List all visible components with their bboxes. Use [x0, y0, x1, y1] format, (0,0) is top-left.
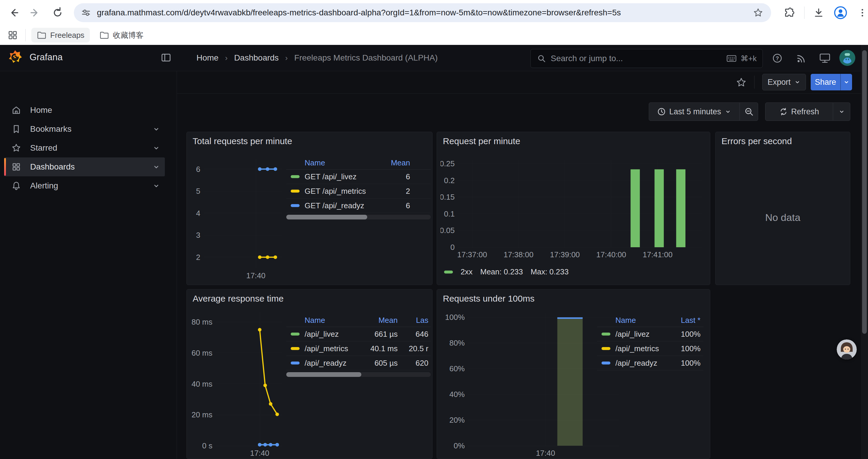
chart-canvas[interactable]: 00.050.10.150.20.2517:37:0017:38:0017:39… [440, 153, 706, 274]
forward-icon[interactable] [27, 5, 43, 21]
refresh-button[interactable]: Refresh [765, 102, 833, 121]
chart-canvas[interactable]: 0 s20 ms40 ms60 ms80 ms17:40 [190, 310, 287, 459]
svg-text:17:37:00: 17:37:00 [457, 250, 487, 259]
clock-icon [657, 107, 665, 116]
zoom-out-button[interactable] [740, 102, 758, 121]
share-menu-button[interactable] [840, 74, 852, 90]
grafana-app: Grafana Home › Dashboards › Freeleaps Me… [0, 45, 868, 459]
series-name[interactable]: /api/_metrics [305, 344, 348, 353]
keyboard-icon [726, 55, 737, 62]
grafana-logo[interactable] [8, 49, 23, 66]
bookmark-folder-freeleaps[interactable]: Freeleaps [31, 28, 90, 42]
page-scrollbar[interactable] [861, 45, 868, 459]
legend-horizontal-scrollbar[interactable] [286, 372, 431, 377]
series-name[interactable]: /api/_metrics [615, 344, 659, 353]
series-name[interactable]: /api/_livez [615, 330, 650, 339]
actions-divider [754, 76, 754, 89]
panel-avg-response-time: Average response time 0 s20 ms40 ms60 ms… [186, 289, 433, 459]
legend-scrollbar-thumb[interactable] [286, 215, 367, 220]
help-icon[interactable]: ? [772, 53, 783, 64]
bookmark-folder-blogs[interactable]: 收藏博客 [94, 28, 149, 42]
legend-column-header[interactable]: Name [286, 316, 353, 325]
search-input[interactable]: Search or jump to... ⌘+k [530, 49, 763, 68]
sidebar-item-starred[interactable]: Starred [4, 138, 165, 157]
floating-assistant-avatar[interactable] [837, 339, 857, 359]
site-settings-icon[interactable] [81, 8, 91, 18]
sidebar-item-alerting[interactable]: Alerting [4, 176, 165, 195]
svg-text:17:38:00: 17:38:00 [503, 250, 533, 259]
news-rss-icon[interactable] [796, 53, 807, 64]
back-icon[interactable] [6, 5, 22, 21]
time-range-picker[interactable]: Last 5 minutes [649, 102, 740, 121]
bell-icon [11, 181, 21, 191]
series-name[interactable]: GET /api/_metrics [305, 187, 366, 196]
download-icon[interactable] [811, 5, 827, 21]
sidebar-item-bookmarks[interactable]: Bookmarks [4, 120, 165, 138]
series-name[interactable]: /api/_readyz [305, 359, 346, 368]
breadcrumb-home[interactable]: Home [196, 53, 219, 63]
series-color-swatch[interactable] [601, 347, 610, 350]
url-text[interactable]: grafana.mathmast.com/d/deytv4rwavabkb/fr… [97, 8, 745, 18]
series-color-swatch[interactable] [291, 333, 300, 335]
monitor-icon[interactable] [819, 53, 831, 64]
browser-menu-icon[interactable] [855, 5, 868, 21]
sidebar-toggle-icon[interactable] [160, 52, 172, 63]
series-color-swatch[interactable] [291, 204, 300, 207]
user-avatar[interactable] [839, 50, 856, 66]
series-color-swatch[interactable] [601, 333, 610, 335]
svg-text:0.05: 0.05 [440, 226, 455, 235]
series-color-swatch[interactable] [291, 362, 300, 364]
export-button[interactable]: Export [762, 74, 806, 90]
svg-text:17:40: 17:40 [536, 449, 555, 458]
legend-value: 2 [366, 187, 410, 196]
breadcrumb-dashboards[interactable]: Dashboards [234, 53, 279, 63]
sidebar-item-home[interactable]: Home [4, 101, 165, 120]
legend-horizontal-scrollbar[interactable] [286, 215, 431, 220]
time-controls-bar: Last 5 minutes Refresh [177, 93, 868, 134]
series-color-swatch[interactable] [444, 270, 453, 273]
share-button[interactable]: Share [811, 74, 840, 90]
sidebar-item-dashboards[interactable]: Dashboards [4, 157, 165, 176]
series-color-swatch[interactable] [291, 175, 300, 178]
url-bar[interactable]: grafana.mathmast.com/d/deytv4rwavabkb/fr… [74, 3, 771, 22]
series-color-swatch[interactable] [291, 190, 300, 193]
reload-icon[interactable] [50, 5, 66, 21]
series-name[interactable]: GET /api/_readyz [305, 201, 364, 210]
chart-canvas[interactable]: 2345617:40 [190, 155, 290, 280]
panel-title[interactable]: Average response time [193, 294, 284, 304]
legend-column-header[interactable]: Mean [353, 316, 398, 325]
legend-column-header[interactable]: Name [286, 158, 366, 167]
breadcrumb-current: Freeleaps Metrics Dashboard (ALPHA) [294, 53, 438, 63]
legend-column-header[interactable]: Mean [366, 158, 410, 167]
legend-value: 605 µs [353, 359, 398, 368]
legend-scrollbar-thumb[interactable] [286, 372, 361, 377]
series-name[interactable]: GET /api/_livez [305, 172, 356, 182]
panel-title[interactable]: Requests under 100ms [443, 294, 534, 304]
profile-icon[interactable] [833, 5, 848, 21]
chevron-down-icon [152, 125, 160, 133]
panel-title[interactable]: Request per minute [443, 136, 520, 146]
page-scrollbar-thumb[interactable] [862, 50, 867, 334]
favorite-star-icon[interactable] [736, 77, 747, 88]
panel-title[interactable]: Total requests per minute [193, 136, 292, 146]
legend-row: /api/_metrics40.1 ms20.5 r [286, 341, 431, 356]
legend-row: /api/_readyz100% [597, 356, 704, 370]
svg-text:20 ms: 20 ms [191, 410, 212, 419]
legend-column-header[interactable]: Last * [662, 316, 701, 325]
sidebar-item-label: Home [30, 105, 165, 115]
series-name[interactable]: /api/_readyz [615, 359, 657, 368]
series-name[interactable]: 2xx [461, 267, 472, 276]
brand-label[interactable]: Grafana [30, 52, 63, 63]
legend-column-header[interactable]: Name [597, 316, 662, 325]
series-color-swatch[interactable] [601, 362, 610, 364]
apps-grid-icon[interactable] [7, 30, 18, 41]
chevron-down-icon [152, 182, 160, 190]
export-label: Export [768, 78, 790, 87]
series-name[interactable]: /api/_livez [305, 330, 339, 339]
series-color-swatch[interactable] [291, 347, 300, 350]
extensions-icon[interactable] [781, 5, 797, 21]
legend-column-header[interactable]: Las [398, 316, 428, 325]
panel-title[interactable]: Errors per second [721, 136, 792, 146]
refresh-interval-button[interactable] [833, 102, 850, 121]
bookmark-star-icon[interactable] [753, 7, 764, 18]
